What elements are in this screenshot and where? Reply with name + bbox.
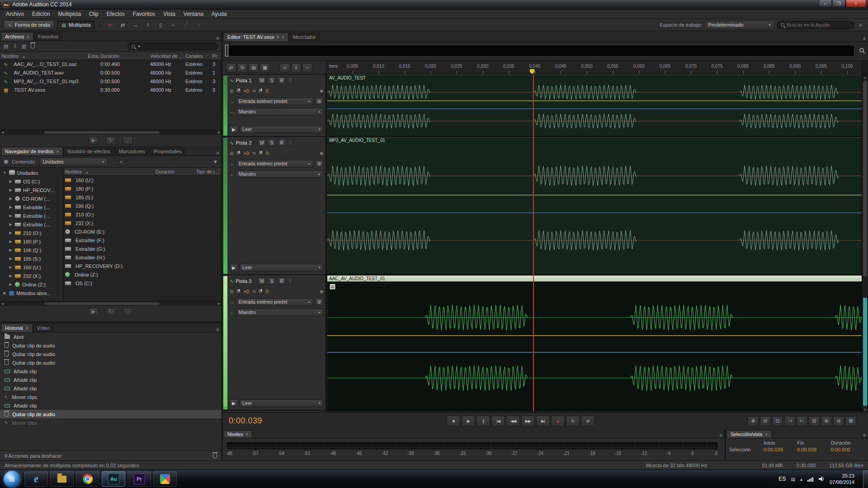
auto-play-button[interactable]: ♪ [123, 136, 133, 145]
loop-playback-button[interactable]: ↻ [106, 136, 116, 145]
taskbar-media-app[interactable] [153, 471, 177, 487]
open-file-button[interactable]: ▤ [4, 43, 8, 49]
waveform[interactable] [327, 282, 862, 410]
skip-to-start-button[interactable]: |◀ [491, 416, 505, 427]
media-tab-navegador-de-medios[interactable]: Navegador de medios× [1, 147, 63, 155]
multitrack-view-button[interactable]: ▤ Multipista [57, 20, 95, 29]
close-tab-icon[interactable]: × [57, 149, 59, 154]
patch-toggle-icon[interactable]: ⇄ [226, 63, 236, 72]
keyboard-icon[interactable]: ▤ [791, 477, 795, 482]
taskbar-internet-explorer[interactable]: e [24, 471, 48, 487]
menu-multipista[interactable]: Multipista [54, 9, 85, 19]
history-item[interactable]: Añadir clip [0, 401, 222, 410]
filter-icon[interactable]: ▼ [213, 159, 218, 164]
input-off-button[interactable]: ⊘ [315, 298, 323, 305]
tree-item-os-c[interactable]: ▶OS (C:) [0, 177, 63, 186]
zoom-full-button[interactable]: ⊠ [845, 416, 856, 426]
history-item[interactable]: Quitar clip de audio [0, 410, 222, 418]
file-row[interactable]: ∿AV_AUDIO_TEST.wav0:00.50048000 HzEstére… [0, 69, 222, 77]
selection-tab-seleccion-vista[interactable]: Selección/vista× [726, 430, 772, 438]
tree-item-metodos-abre[interactable]: ▶Métodos abre... [0, 289, 63, 297]
close-tab-icon[interactable]: × [765, 432, 768, 437]
workspace-select[interactable]: Predeterminado ▾ [705, 21, 774, 29]
input-off-button[interactable]: ⊘ [315, 98, 323, 105]
zoom-out-amplitude-button[interactable]: ⊖ [760, 416, 771, 426]
expander-icon[interactable]: ▼ [3, 171, 7, 175]
track-display-icon[interactable]: ▤ [249, 63, 259, 72]
files-search[interactable]: ▾ [127, 42, 218, 50]
zoom-selection-right-button[interactable]: ⊢ [797, 416, 807, 426]
pan-knob[interactable] [258, 88, 264, 94]
razor-tool-icon[interactable]: I [142, 20, 153, 29]
scroll-left-icon[interactable]: ◀ [0, 301, 5, 306]
media-tab-bastidor-de-efectos[interactable]: Bastidor de efectos [63, 147, 114, 155]
column-header-duracion[interactable]: Duración [99, 53, 148, 59]
tracks-vscrollbar[interactable]: ▲ ▼ [862, 75, 868, 412]
track-arm-button[interactable]: R [278, 139, 286, 146]
track-solo-button[interactable]: S [268, 277, 276, 285]
close-tab-icon[interactable]: × [282, 35, 284, 40]
media-list-item[interactable]: Extraíble (F:) [63, 236, 222, 244]
history-item[interactable]: Añadir clip [0, 375, 222, 384]
auto-play-button[interactable]: ♪ [123, 308, 133, 316]
expander-icon[interactable]: ▶ [9, 188, 13, 192]
stop-button[interactable]: ■ [447, 416, 460, 427]
column-header-estado[interactable]: Estado [86, 53, 99, 59]
zoom-in-amplitude-button[interactable]: ⊕ [748, 416, 759, 426]
clear-history-icon[interactable] [213, 454, 217, 458]
preview-play-button[interactable]: ▶ [89, 136, 99, 145]
help-search[interactable] [777, 21, 854, 29]
expander-icon[interactable]: ▶ [9, 231, 13, 235]
track-arm-button[interactable]: R [278, 77, 286, 84]
snap-icon[interactable]: ∩ [302, 63, 312, 72]
close-tab-icon[interactable]: × [245, 432, 248, 437]
media-list-item[interactable]: Extraíble (G:) [63, 244, 222, 253]
column-header-pr[interactable]: Pr [211, 53, 222, 59]
history-tab-historial[interactable]: Historial× [1, 324, 33, 332]
play-button[interactable]: ▶ [462, 416, 475, 427]
zoom-navigator-icon[interactable] [859, 48, 864, 52]
close-tab-icon[interactable]: × [26, 326, 28, 331]
playhead-marker[interactable] [530, 69, 535, 74]
automation-expand-button[interactable]: ▶ [230, 264, 238, 271]
volume-knob[interactable] [236, 288, 242, 295]
menu-favoritos[interactable]: Favoritos [129, 9, 159, 19]
zoom-reset-button[interactable]: ⊟ [809, 416, 820, 426]
file-row[interactable]: ▦TEST AV.sesx0:30.00048000 HzEstéreo3 [0, 86, 222, 94]
scroll-right-icon[interactable]: ▶ [217, 130, 222, 135]
panel-menu-icon[interactable]: ≡ [214, 150, 222, 155]
tree-item-160-u[interactable]: ▶160 (U:) [0, 263, 63, 272]
panel-menu-icon[interactable]: ≡ [861, 36, 868, 41]
track-solo-button[interactable]: S [268, 77, 276, 84]
expander-icon[interactable]: ▶ [9, 248, 13, 252]
waveform[interactable] [327, 75, 862, 136]
media-tab-marcadores[interactable]: Marcadores [115, 147, 149, 155]
maximize-button[interactable]: ❐ [832, 0, 845, 7]
automation-mode-select[interactable]: Leer▾ [240, 126, 323, 133]
timeline-ruler[interactable]: hms 0,0050,0100,0150,0200,0250,0300,0350… [326, 61, 862, 74]
expander-icon[interactable]: ▶ [9, 205, 13, 209]
menu-edicion[interactable]: Edición [28, 9, 54, 19]
media-list-item[interactable]: 232 (X:) [63, 219, 222, 227]
automation-mode-select[interactable]: Leer▾ [240, 399, 323, 407]
language-indicator[interactable]: ES [778, 476, 786, 482]
media-list-item[interactable]: HP_RECOVERY (D:) [63, 262, 222, 270]
editor-tab-mezclador[interactable]: Mezclador [289, 33, 320, 41]
history-item[interactable]: Quitar clip de audio [0, 358, 222, 367]
effects-rack-icon[interactable]: fx [237, 63, 247, 72]
pan-knob[interactable] [258, 150, 264, 156]
close-tab-icon[interactable]: × [27, 34, 29, 39]
tree-item-196-q[interactable]: ▶196 (Q:) [0, 246, 63, 254]
skip-selection-button[interactable]: ⇄ [581, 416, 594, 427]
editor-tab-editor-test-av-sesx[interactable]: Editor: TEST AV.sesx▾× [223, 33, 288, 41]
waveform-view-button[interactable]: ∿ Forma de onda [4, 20, 54, 29]
scroll-thumb[interactable] [44, 131, 160, 134]
preview-play-button[interactable]: ▶ [89, 308, 99, 316]
media-tab-propiedades[interactable]: Propiedades [150, 147, 186, 155]
zoom-to-selection-button[interactable]: ⊡ [772, 416, 783, 426]
taskbar-explorer[interactable] [50, 471, 74, 487]
media-list-item[interactable]: Extraíble (H:) [63, 253, 222, 262]
history-item[interactable]: ↖Mover clips [0, 393, 222, 401]
tree-item-185-s[interactable]: ▶185 (S:) [0, 254, 63, 263]
track-mute-button[interactable]: M [258, 77, 266, 84]
